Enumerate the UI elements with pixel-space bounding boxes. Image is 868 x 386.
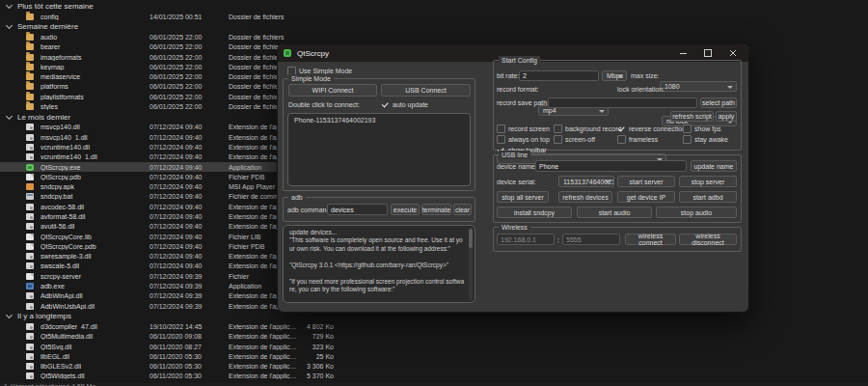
start-adbd-button[interactable]: start adbd — [679, 191, 737, 203]
file-icon — [26, 253, 34, 260]
file-icon — [26, 223, 34, 230]
file-size: 3 306 Ko — [299, 363, 334, 370]
file-icon — [26, 153, 34, 160]
file-row[interactable]: config14/01/2025 00:51Dossier de fichier… — [0, 12, 339, 21]
section-header[interactable]: Plus tôt cette semaine — [0, 1, 868, 12]
checkbox-reverse-connection[interactable]: reverse connection — [617, 124, 686, 133]
file-date: 06/01/2025 22:00 — [149, 54, 229, 61]
stop-server-button[interactable]: stop server — [679, 176, 737, 187]
file-name: platforms — [41, 83, 149, 90]
file-date: 06/01/2025 22:00 — [149, 64, 229, 70]
wifi-connect-button[interactable]: WIFI Connect — [288, 84, 377, 96]
refresh-devices-button[interactable]: refresh devices — [558, 191, 612, 203]
file-row[interactable]: libEGL.dll06/11/2020 05:30Extension de l… — [0, 351, 339, 361]
wireless-port-input[interactable] — [562, 234, 620, 245]
checkbox-record-screen[interactable]: record screen — [497, 124, 550, 133]
device-list[interactable]: Phone-1153137464002193 — [287, 113, 471, 186]
file-date: 19/10/2022 14:45 — [149, 323, 229, 330]
refresh-script-button[interactable]: refresh script — [670, 111, 714, 122]
file-name: bearer — [41, 43, 149, 50]
log-scrollbar-thumb[interactable] — [469, 229, 473, 248]
file-row[interactable]: Qt5Svg.dll06/11/2020 08:27Extension de l… — [0, 342, 339, 351]
file-type: Extension de l'application — [229, 344, 299, 350]
install-sndcpy-button[interactable]: install sndcpy — [497, 207, 572, 218]
start-server-button[interactable]: start server — [617, 176, 675, 187]
bit-rate-unit-select[interactable]: Mbps — [602, 70, 627, 81]
adb-command-label: adb command: — [287, 205, 332, 215]
file-name: keymap — [41, 64, 149, 70]
file-type: Extension de l'application — [229, 323, 299, 330]
file-name: QtScrcpyCore.pdb — [41, 243, 149, 250]
file-icon — [26, 164, 34, 171]
terminate-button[interactable]: terminate — [421, 204, 451, 215]
wireless-ip-input[interactable] — [497, 234, 555, 245]
group-label: adb — [288, 193, 306, 202]
file-name: libEGL.dll — [41, 353, 149, 360]
file-type: Extension de l'application — [229, 363, 299, 370]
execute-button[interactable]: execute — [391, 204, 420, 215]
file-icon — [26, 344, 34, 350]
chevron-down-icon — [605, 180, 610, 183]
device-list-item[interactable]: Phone-1153137464002193 — [288, 114, 470, 126]
log-scrollbar[interactable] — [469, 228, 473, 300]
start-audio-button[interactable]: start audio — [577, 207, 652, 218]
file-row[interactable]: audio06/01/2025 22:00Dossier de fichiers — [0, 32, 339, 41]
file-date: 07/12/2024 09:40 — [149, 223, 229, 230]
record-save-path-input[interactable] — [548, 97, 697, 108]
stop-audio-button[interactable]: stop audio — [656, 207, 737, 218]
stop-all-server-button[interactable]: stop all server — [497, 191, 549, 203]
file-name: swscale-5.dll — [41, 262, 149, 269]
usb-connect-button[interactable]: USB Connect — [381, 84, 471, 96]
file-name: playlistformats — [41, 94, 149, 100]
file-icon — [26, 124, 34, 130]
adb-log-output[interactable]: update devices... "This software is comp… — [283, 225, 475, 303]
file-row[interactable]: Qt5Multimedia.dll06/11/2020 09:08Extensi… — [0, 332, 339, 342]
checkbox-background-record[interactable]: background record — [554, 124, 621, 133]
file-size: 729 Ko — [299, 333, 334, 340]
file-name: msvcp140_1.dll — [41, 134, 149, 141]
wireless-connect-button[interactable]: wireless connect — [625, 234, 676, 245]
double-click-label: Double click to connect: — [288, 100, 360, 109]
file-row[interactable]: d3dcompiler_47.dll19/10/2022 14:45Extens… — [0, 321, 339, 331]
checkbox-stay-awake[interactable]: stay awake — [683, 135, 728, 144]
checkbox-box — [381, 100, 390, 109]
file-date: 06/11/2020 05:30 — [149, 363, 229, 370]
bit-rate-input[interactable] — [519, 70, 599, 81]
chevron-down-icon — [6, 22, 13, 29]
file-row[interactable]: libGLESv2.dll06/11/2020 05:30Extension d… — [0, 362, 339, 372]
section-label: Il y a longtemps — [17, 312, 71, 320]
chevron-down-icon — [6, 2, 13, 9]
adb-command-input[interactable] — [327, 204, 388, 215]
checkbox-show-fps[interactable]: show fps — [683, 124, 721, 133]
file-date: 14/01/2025 00:51 — [149, 14, 229, 20]
folder-icon — [26, 64, 34, 70]
max-size-select[interactable]: 1080 — [660, 81, 737, 92]
device-name-input[interactable] — [535, 160, 687, 172]
device-serial-select[interactable]: 1153137464002193 — [558, 176, 614, 187]
file-name: vcruntime140_1.dll — [41, 153, 149, 160]
apply-button[interactable]: apply — [716, 111, 737, 122]
group-label: USB line — [499, 151, 530, 159]
checkbox-frameless[interactable]: frameless — [617, 135, 658, 144]
update-name-button[interactable]: update name — [691, 160, 737, 172]
file-name: audio — [41, 34, 149, 41]
select-value: mp4 — [543, 107, 556, 114]
section-header[interactable]: Semaine dernière — [0, 21, 868, 32]
file-date: 07/12/2024 09:40 — [149, 174, 229, 180]
file-row[interactable]: Qt5Widgets.dll06/11/2020 05:30Extension … — [0, 372, 339, 381]
checkbox-box — [554, 124, 562, 133]
file-icon — [26, 273, 34, 280]
group-label: Wireless — [499, 223, 530, 232]
auto-update-checkbox[interactable]: auto update — [381, 100, 428, 109]
clear-button[interactable]: clear — [453, 204, 472, 215]
checkbox-screen-off[interactable]: screen-off — [554, 135, 595, 144]
checkbox-always-on-top[interactable]: always on top — [497, 135, 550, 144]
file-icon — [26, 213, 34, 220]
file-icon — [26, 174, 34, 180]
group-label: Start Config — [499, 56, 540, 65]
select-path-button[interactable]: select path — [700, 97, 737, 108]
get-device-ip-button[interactable]: get device IP — [617, 191, 675, 203]
wireless-disconnect-button[interactable]: wireless disconnect — [679, 234, 737, 245]
file-icon — [26, 204, 34, 210]
file-icon — [26, 234, 34, 240]
